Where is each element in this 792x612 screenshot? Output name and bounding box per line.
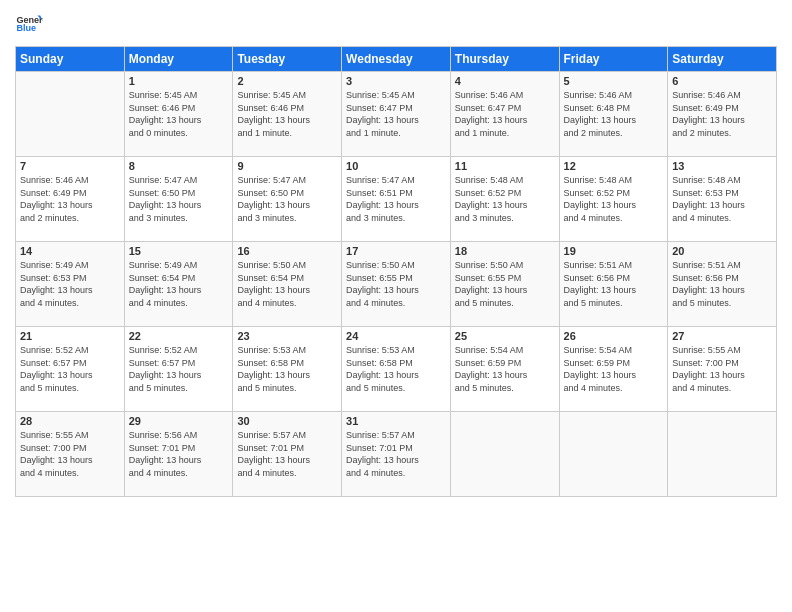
day-number: 18 (455, 245, 555, 257)
day-number: 20 (672, 245, 772, 257)
day-cell: 13Sunrise: 5:48 AMSunset: 6:53 PMDayligh… (668, 157, 777, 242)
day-number: 30 (237, 415, 337, 427)
day-cell: 5Sunrise: 5:46 AMSunset: 6:48 PMDaylight… (559, 72, 668, 157)
column-header-sunday: Sunday (16, 47, 125, 72)
day-info: Sunrise: 5:50 AMSunset: 6:55 PMDaylight:… (346, 259, 446, 309)
day-number: 3 (346, 75, 446, 87)
column-header-monday: Monday (124, 47, 233, 72)
column-header-thursday: Thursday (450, 47, 559, 72)
day-number: 7 (20, 160, 120, 172)
week-row-5: 28Sunrise: 5:55 AMSunset: 7:00 PMDayligh… (16, 412, 777, 497)
day-info: Sunrise: 5:49 AMSunset: 6:54 PMDaylight:… (129, 259, 229, 309)
day-cell: 15Sunrise: 5:49 AMSunset: 6:54 PMDayligh… (124, 242, 233, 327)
day-cell: 18Sunrise: 5:50 AMSunset: 6:55 PMDayligh… (450, 242, 559, 327)
column-header-friday: Friday (559, 47, 668, 72)
column-header-saturday: Saturday (668, 47, 777, 72)
day-cell: 2Sunrise: 5:45 AMSunset: 6:46 PMDaylight… (233, 72, 342, 157)
day-cell: 6Sunrise: 5:46 AMSunset: 6:49 PMDaylight… (668, 72, 777, 157)
day-cell: 12Sunrise: 5:48 AMSunset: 6:52 PMDayligh… (559, 157, 668, 242)
day-cell: 9Sunrise: 5:47 AMSunset: 6:50 PMDaylight… (233, 157, 342, 242)
day-cell: 21Sunrise: 5:52 AMSunset: 6:57 PMDayligh… (16, 327, 125, 412)
day-info: Sunrise: 5:48 AMSunset: 6:53 PMDaylight:… (672, 174, 772, 224)
day-info: Sunrise: 5:46 AMSunset: 6:47 PMDaylight:… (455, 89, 555, 139)
day-info: Sunrise: 5:51 AMSunset: 6:56 PMDaylight:… (672, 259, 772, 309)
day-info: Sunrise: 5:57 AMSunset: 7:01 PMDaylight:… (346, 429, 446, 479)
day-info: Sunrise: 5:46 AMSunset: 6:49 PMDaylight:… (20, 174, 120, 224)
day-info: Sunrise: 5:46 AMSunset: 6:48 PMDaylight:… (564, 89, 664, 139)
day-info: Sunrise: 5:48 AMSunset: 6:52 PMDaylight:… (455, 174, 555, 224)
week-row-2: 7Sunrise: 5:46 AMSunset: 6:49 PMDaylight… (16, 157, 777, 242)
day-cell: 22Sunrise: 5:52 AMSunset: 6:57 PMDayligh… (124, 327, 233, 412)
day-number: 9 (237, 160, 337, 172)
calendar-container: General Blue SundayMondayTuesdayWednesda… (0, 0, 792, 612)
day-number: 15 (129, 245, 229, 257)
day-info: Sunrise: 5:45 AMSunset: 6:46 PMDaylight:… (237, 89, 337, 139)
day-number: 13 (672, 160, 772, 172)
day-cell: 8Sunrise: 5:47 AMSunset: 6:50 PMDaylight… (124, 157, 233, 242)
day-info: Sunrise: 5:48 AMSunset: 6:52 PMDaylight:… (564, 174, 664, 224)
day-number: 12 (564, 160, 664, 172)
day-info: Sunrise: 5:51 AMSunset: 6:56 PMDaylight:… (564, 259, 664, 309)
day-number: 6 (672, 75, 772, 87)
day-number: 26 (564, 330, 664, 342)
day-info: Sunrise: 5:50 AMSunset: 6:55 PMDaylight:… (455, 259, 555, 309)
day-info: Sunrise: 5:47 AMSunset: 6:50 PMDaylight:… (129, 174, 229, 224)
week-row-1: 1Sunrise: 5:45 AMSunset: 6:46 PMDaylight… (16, 72, 777, 157)
day-info: Sunrise: 5:49 AMSunset: 6:53 PMDaylight:… (20, 259, 120, 309)
day-cell: 31Sunrise: 5:57 AMSunset: 7:01 PMDayligh… (342, 412, 451, 497)
day-info: Sunrise: 5:55 AMSunset: 7:00 PMDaylight:… (672, 344, 772, 394)
day-info: Sunrise: 5:53 AMSunset: 6:58 PMDaylight:… (346, 344, 446, 394)
day-cell: 29Sunrise: 5:56 AMSunset: 7:01 PMDayligh… (124, 412, 233, 497)
day-cell (559, 412, 668, 497)
logo-icon: General Blue (15, 10, 43, 38)
day-info: Sunrise: 5:55 AMSunset: 7:00 PMDaylight:… (20, 429, 120, 479)
week-row-3: 14Sunrise: 5:49 AMSunset: 6:53 PMDayligh… (16, 242, 777, 327)
day-cell: 11Sunrise: 5:48 AMSunset: 6:52 PMDayligh… (450, 157, 559, 242)
day-number: 8 (129, 160, 229, 172)
day-info: Sunrise: 5:56 AMSunset: 7:01 PMDaylight:… (129, 429, 229, 479)
day-info: Sunrise: 5:47 AMSunset: 6:50 PMDaylight:… (237, 174, 337, 224)
day-cell: 1Sunrise: 5:45 AMSunset: 6:46 PMDaylight… (124, 72, 233, 157)
day-info: Sunrise: 5:45 AMSunset: 6:46 PMDaylight:… (129, 89, 229, 139)
day-number: 11 (455, 160, 555, 172)
day-number: 14 (20, 245, 120, 257)
day-cell: 24Sunrise: 5:53 AMSunset: 6:58 PMDayligh… (342, 327, 451, 412)
day-cell: 17Sunrise: 5:50 AMSunset: 6:55 PMDayligh… (342, 242, 451, 327)
day-cell: 27Sunrise: 5:55 AMSunset: 7:00 PMDayligh… (668, 327, 777, 412)
column-headers-row: SundayMondayTuesdayWednesdayThursdayFrid… (16, 47, 777, 72)
day-info: Sunrise: 5:47 AMSunset: 6:51 PMDaylight:… (346, 174, 446, 224)
day-number: 31 (346, 415, 446, 427)
header: General Blue (15, 10, 777, 38)
day-number: 22 (129, 330, 229, 342)
day-cell: 23Sunrise: 5:53 AMSunset: 6:58 PMDayligh… (233, 327, 342, 412)
calendar-table: SundayMondayTuesdayWednesdayThursdayFrid… (15, 46, 777, 497)
day-cell: 28Sunrise: 5:55 AMSunset: 7:00 PMDayligh… (16, 412, 125, 497)
column-header-wednesday: Wednesday (342, 47, 451, 72)
day-info: Sunrise: 5:53 AMSunset: 6:58 PMDaylight:… (237, 344, 337, 394)
calendar-body: 1Sunrise: 5:45 AMSunset: 6:46 PMDaylight… (16, 72, 777, 497)
day-number: 19 (564, 245, 664, 257)
day-info: Sunrise: 5:50 AMSunset: 6:54 PMDaylight:… (237, 259, 337, 309)
day-cell (16, 72, 125, 157)
day-number: 28 (20, 415, 120, 427)
day-cell: 30Sunrise: 5:57 AMSunset: 7:01 PMDayligh… (233, 412, 342, 497)
day-info: Sunrise: 5:54 AMSunset: 6:59 PMDaylight:… (564, 344, 664, 394)
day-cell: 25Sunrise: 5:54 AMSunset: 6:59 PMDayligh… (450, 327, 559, 412)
day-cell: 19Sunrise: 5:51 AMSunset: 6:56 PMDayligh… (559, 242, 668, 327)
day-number: 10 (346, 160, 446, 172)
day-cell (668, 412, 777, 497)
day-info: Sunrise: 5:52 AMSunset: 6:57 PMDaylight:… (129, 344, 229, 394)
day-number: 17 (346, 245, 446, 257)
day-number: 27 (672, 330, 772, 342)
day-cell: 3Sunrise: 5:45 AMSunset: 6:47 PMDaylight… (342, 72, 451, 157)
day-cell: 7Sunrise: 5:46 AMSunset: 6:49 PMDaylight… (16, 157, 125, 242)
day-info: Sunrise: 5:46 AMSunset: 6:49 PMDaylight:… (672, 89, 772, 139)
day-number: 23 (237, 330, 337, 342)
day-cell: 16Sunrise: 5:50 AMSunset: 6:54 PMDayligh… (233, 242, 342, 327)
day-info: Sunrise: 5:54 AMSunset: 6:59 PMDaylight:… (455, 344, 555, 394)
day-cell: 26Sunrise: 5:54 AMSunset: 6:59 PMDayligh… (559, 327, 668, 412)
day-number: 24 (346, 330, 446, 342)
column-header-tuesday: Tuesday (233, 47, 342, 72)
day-number: 4 (455, 75, 555, 87)
day-number: 5 (564, 75, 664, 87)
